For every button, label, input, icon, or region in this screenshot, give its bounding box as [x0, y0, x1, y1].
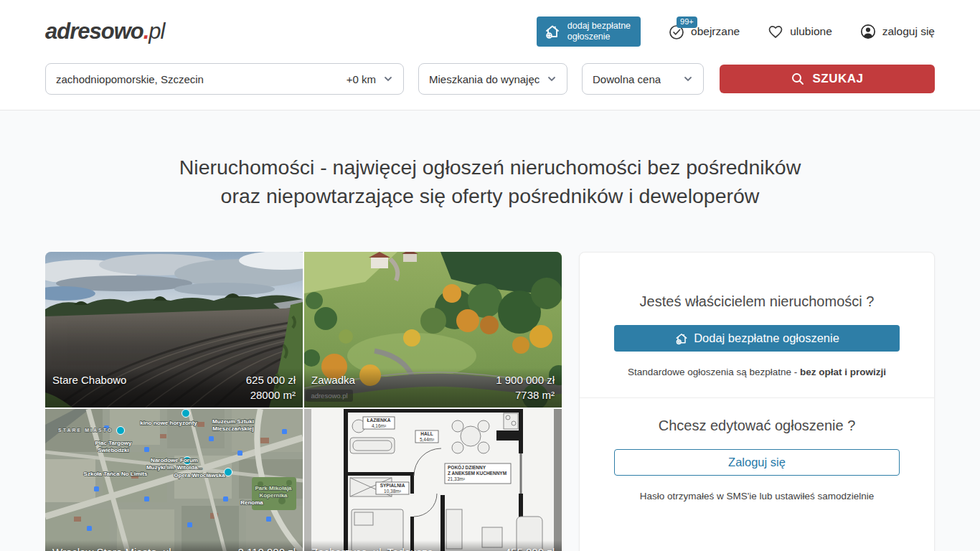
radius-value[interactable]: +0 km [347, 73, 376, 85]
listing-name: Wrocław Stare Miasto, ul... [52, 545, 180, 551]
room-area: 5,44m² [420, 437, 435, 442]
room-label: SYPIALNIA [380, 483, 405, 488]
price-value: Dowolna cena [593, 73, 661, 85]
location-input[interactable]: zachodniopomorskie, Szczecin +0 km [45, 63, 404, 95]
edit-heading: Chcesz edytować ogłoszenie ? [614, 398, 900, 434]
add-listing-button[interactable]: dodaj bezpłatne ogłoszenie [537, 17, 641, 47]
listings-grid: Stare Chabowo 625 000 zł 28000 m² [45, 252, 562, 551]
password-hint: Hasło otrzymałeś w SMS'ie lub ustawiłeś … [614, 491, 900, 523]
map-label: Muzeum Sztuki [212, 418, 254, 425]
map-label: Renoma [240, 499, 263, 506]
listing-area: 7738 m² [496, 387, 555, 402]
listing-card-stare-chabowo[interactable]: Stare Chabowo 625 000 zł 28000 m² [45, 252, 303, 408]
listing-price: 1 900 000 zł [496, 372, 555, 387]
listing-price: 2 110 900 zł [237, 545, 296, 551]
nav-login-label: zaloguj się [882, 25, 935, 38]
map-label: Mieszczańskiej [212, 425, 253, 432]
listing-caption: Zacharzyce, ul. Tadeusza 455 000 zł [304, 540, 562, 551]
free-listing-note-bold: bez opłat i prowizji [800, 367, 886, 377]
location-value: zachodniopomorskie, Szczecin [56, 73, 204, 85]
user-icon [859, 23, 877, 40]
price-select[interactable]: Dowolna cena [582, 63, 704, 95]
category-select[interactable]: Mieszkania do wynajęc [418, 63, 567, 95]
nav-viewed[interactable]: 99+ obejrzane [668, 23, 740, 40]
listing-caption: Wrocław Stare Miasto, ul... 2 110 900 zł [45, 540, 303, 551]
add-listing-label-line1: dodaj bezpłatne [567, 21, 631, 31]
owner-panel: Jesteś właścicielem nieruchomości ? Doda… [579, 252, 935, 551]
map-label: kino nowe horyzonty [140, 420, 197, 426]
category-value: Mieszkania do wynajęc [429, 73, 540, 85]
chevron-down-icon [547, 74, 557, 84]
map-region-label: STARE MIASTO [58, 428, 113, 433]
map-label: Świebodzki [98, 447, 129, 453]
owner-heading: Jesteś właścicielem nieruchomości ? [614, 253, 900, 310]
logo[interactable]: adresowo.pl [45, 19, 164, 44]
listing-card-wroclaw[interactable]: STARE MIASTO kino nowe horyzonty Muzeum … [45, 409, 303, 551]
map-label: Opera Wrocławska [174, 472, 225, 479]
map-label: Narodowe Forum [151, 457, 198, 463]
nav-favorites-label: ulubione [790, 25, 832, 38]
panel-login-button[interactable]: Zaloguj się [614, 449, 900, 476]
nav-login[interactable]: zaloguj się [859, 23, 935, 40]
room-label: ŁAZIENKA [367, 418, 391, 423]
room-area: 10,38m² [384, 489, 402, 494]
map-label: Muzyki im. Witolda... [146, 464, 202, 471]
add-listing-label-line2: ogłoszenie [567, 32, 611, 42]
listing-photo-floorplan: ŁAZIENKA 4,16m² HALL 5,44m² POKÓJ DZIENN… [304, 409, 562, 551]
page-title-line1: Nieruchomości - najwięcej ogłoszeń nieru… [45, 153, 935, 182]
listing-caption: Zawadka 1 900 000 zł 7738 m² [304, 368, 562, 408]
listing-caption: Stare Chabowo 625 000 zł 28000 m² [45, 368, 303, 408]
search-icon [791, 72, 805, 86]
logo-tld: pl [149, 19, 164, 44]
chevron-down-icon [383, 74, 393, 84]
nav-favorites[interactable]: ulubione [767, 23, 832, 40]
nav-viewed-label: obejrzane [691, 25, 740, 38]
main-content: Nieruchomości - najwięcej ogłoszeń nieru… [0, 110, 980, 551]
page-title: Nieruchomości - najwięcej ogłoszeń nieru… [45, 153, 935, 210]
listing-card-zacharzyce[interactable]: ŁAZIENKA 4,16m² HALL 5,44m² POKÓJ DZIENN… [304, 409, 562, 551]
free-listing-note-text: Standardowe ogłoszenia są bezpłatne - [628, 367, 800, 377]
map-label: Plac Targowy [95, 440, 133, 446]
heart-icon [767, 23, 784, 40]
listing-price: 625 000 zł [246, 372, 296, 387]
room-area: 4,16m² [372, 423, 387, 428]
listing-price: 455 000 zł [505, 545, 555, 551]
map-label: Szkoła Tańca No Limits [84, 471, 148, 477]
page-title-line2: oraz niepowtarzające się oferty pośredni… [45, 182, 935, 210]
listing-area: 28000 m² [246, 387, 296, 402]
panel-add-listing-button[interactable]: Dodaj bezpłatne ogłoszenie [614, 325, 900, 352]
listing-name: Zacharzyce, ul. Tadeusza [311, 545, 433, 551]
listing-name: Zawadka [311, 372, 355, 387]
free-listing-note: Standardowe ogłoszenia są bezpłatne - be… [614, 367, 900, 377]
room-label: POKÓJ DZIENNY [448, 464, 486, 470]
logo-name: adresowo [45, 19, 143, 44]
house-plus-icon [674, 331, 689, 346]
room-label: HALL [420, 431, 433, 436]
site-header: adresowo.pl dodaj bezpłatne ogłoszenie [0, 0, 980, 110]
search-button[interactable]: SZUKAJ [720, 65, 935, 93]
chevron-down-icon [683, 74, 693, 84]
panel-add-listing-label: Dodaj bezpłatne ogłoszenie [694, 331, 839, 345]
listing-card-zawadka[interactable]: adresowo.pl Zawadka 1 900 000 zł 7738 m² [304, 252, 562, 408]
search-bar: zachodniopomorskie, Szczecin +0 km Miesz… [45, 63, 935, 110]
map-label: Kopernika [259, 492, 288, 499]
listing-photo-map: STARE MIASTO kino nowe horyzonty Muzeum … [45, 409, 303, 551]
listing-name: Stare Chabowo [52, 372, 126, 387]
room-label2: Z ANEKSEM KUCHENNYM [448, 471, 507, 476]
map-label: Park Mikołaja [255, 485, 292, 491]
search-button-label: SZUKAJ [812, 72, 863, 86]
house-plus-icon [544, 23, 561, 40]
room-area: 21,33m² [448, 476, 466, 481]
viewed-count-badge: 99+ [677, 17, 697, 28]
